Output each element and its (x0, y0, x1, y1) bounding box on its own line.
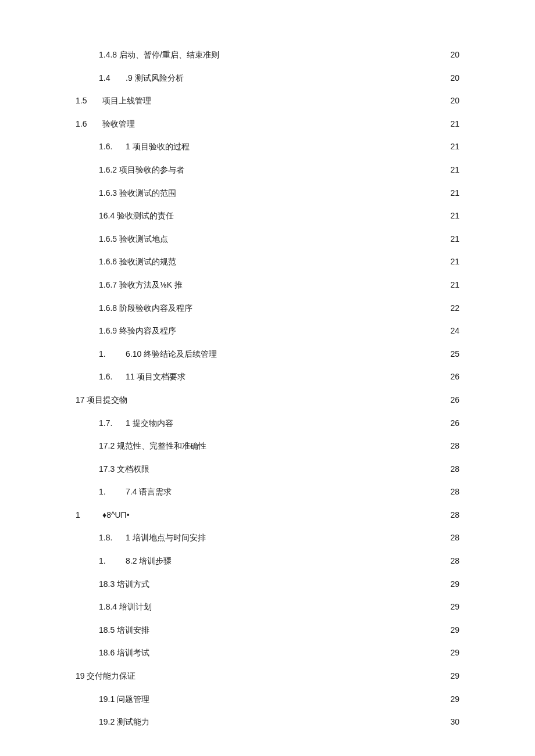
toc-prefix: 1.6 (76, 119, 95, 130)
toc-title: 1.4.8 启动、暂停/重启、结束准则 (99, 49, 219, 61)
toc-title: 1.6.3 验收测试的范围 (99, 188, 176, 199)
toc-page-number: 29 (448, 601, 459, 613)
toc-entry: 1.6.2 项目验收的参与者21 (76, 164, 459, 176)
toc-entry: 1.6.11 项目文档要求26 (76, 371, 459, 383)
toc-title: 11 项目文档要求 (126, 371, 186, 383)
toc-entry: 1.8.4 培训计划29 (76, 601, 459, 613)
toc-prefix: 1. (99, 349, 119, 360)
toc-entry: 1.6.7 验收方法及⅛K 推21 (76, 280, 459, 291)
toc-entry: 1.6.5 验收测试地点21 (76, 234, 459, 245)
toc-prefix: 1.7. (99, 418, 119, 429)
toc-entry: 17.2 规范性、完整性和准确性28 (76, 440, 459, 452)
table-of-contents: 1.4.8 启动、暂停/重启、结束准则201.4.9 测试风险分析201.5项目… (76, 49, 459, 728)
toc-page-number: 28 (448, 510, 459, 521)
toc-page-number: 29 (448, 694, 459, 705)
toc-page-number: 28 (448, 464, 459, 475)
toc-title: 19 交付能力保证 (76, 671, 135, 682)
toc-entry: 1.6.10 终验结论及后续管理25 (76, 349, 459, 360)
toc-page-number: 30 (448, 716, 459, 728)
toc-page-number: 28 (448, 486, 459, 498)
toc-title: 验收管理 (102, 119, 135, 130)
toc-page-number: 28 (448, 440, 459, 452)
toc-title: 17 项目提交物 (76, 395, 127, 406)
toc-title: 1.6.6 验收测试的规范 (99, 256, 176, 268)
toc-page-number: 26 (448, 395, 459, 406)
toc-page-number: 21 (448, 119, 459, 130)
toc-prefix: 1 (76, 510, 95, 521)
toc-entry: 16.4 验收测试的责任21 (76, 210, 459, 222)
toc-title: 1.6.7 验收方法及⅛K 推 (99, 280, 183, 291)
toc-title: .9 测试风险分析 (126, 73, 184, 84)
toc-entry: 17.3 文档权限28 (76, 464, 459, 475)
toc-page-number: 21 (448, 164, 459, 176)
toc-entry: 18.6 培训考试29 (76, 647, 459, 659)
toc-prefix: 1. (99, 556, 119, 567)
toc-entry: 19.2 测试能力30 (76, 716, 459, 728)
toc-title: 1 提交物内容 (126, 418, 173, 429)
toc-entry: 18.3 培训方式29 (76, 579, 459, 590)
toc-entry: 1.6.8 阶段验收内容及程序22 (76, 303, 459, 314)
toc-page-number: 29 (448, 647, 459, 659)
toc-page-number: 21 (448, 280, 459, 291)
toc-page-number: 28 (448, 532, 459, 544)
toc-page-number: 29 (448, 625, 459, 636)
toc-title: 1.6.5 验收测试地点 (99, 234, 168, 245)
toc-page-number: 26 (448, 371, 459, 383)
toc-entry: 1.8.2 培训步骤28 (76, 556, 459, 567)
toc-page-number: 20 (448, 95, 459, 107)
toc-page-number: 21 (448, 256, 459, 268)
toc-title: 1 培训地点与时间安排 (126, 532, 206, 544)
toc-entry: 1.6.1 项目验收的过程21 (76, 141, 459, 153)
toc-entry: 1.6验收管理21 (76, 119, 459, 130)
toc-title: 8.2 培训步骤 (126, 556, 172, 567)
toc-prefix: 1.6. (99, 371, 119, 383)
toc-page-number: 25 (448, 349, 459, 360)
toc-prefix: 1.4 (99, 73, 119, 84)
toc-title: 19.1 问题管理 (99, 694, 149, 705)
toc-page-number: 29 (448, 579, 459, 590)
toc-title: 1.6.8 阶段验收内容及程序 (99, 303, 192, 314)
toc-prefix: 1.5 (76, 95, 95, 107)
toc-entry: 1.5项目上线管理20 (76, 95, 459, 107)
toc-title: 16.4 验收测试的责任 (99, 210, 174, 222)
toc-entry: 1.7.1 提交物内容26 (76, 418, 459, 429)
toc-title: ♦8^UΠ• (102, 510, 130, 521)
toc-prefix: 1.8. (99, 532, 119, 544)
toc-entry: 18.5 培训安排29 (76, 625, 459, 636)
toc-title: 1 项目验收的过程 (126, 141, 190, 153)
toc-entry: 1♦8^UΠ•28 (76, 510, 459, 521)
toc-page-number: 21 (448, 210, 459, 222)
toc-entry: 19 交付能力保证29 (76, 671, 459, 682)
toc-entry: 1.4.9 测试风险分析20 (76, 73, 459, 84)
toc-title: 18.6 培训考试 (99, 647, 149, 659)
toc-title: 18.5 培训安排 (99, 625, 149, 636)
toc-page-number: 20 (448, 49, 459, 61)
toc-title: 1.6.9 终验内容及程序 (99, 325, 176, 337)
toc-entry: 1.6.6 验收测试的规范21 (76, 256, 459, 268)
toc-title: 项目上线管理 (102, 95, 151, 107)
toc-page-number: 29 (448, 671, 459, 682)
toc-page-number: 21 (448, 188, 459, 199)
toc-entry: 17 项目提交物26 (76, 395, 459, 406)
toc-prefix: 1. (99, 486, 119, 498)
toc-entry: 1.7.4 语言需求28 (76, 486, 459, 498)
toc-prefix: 1.6. (99, 141, 119, 153)
toc-page-number: 28 (448, 556, 459, 567)
toc-page-number: 26 (448, 418, 459, 429)
toc-title: 1.6.2 项目验收的参与者 (99, 164, 184, 176)
toc-page-number: 24 (448, 325, 459, 337)
toc-entry: 1.8.1 培训地点与时间安排28 (76, 532, 459, 544)
toc-title: 7.4 语言需求 (126, 486, 172, 498)
toc-entry: 19.1 问题管理29 (76, 694, 459, 705)
toc-title: 1.8.4 培训计划 (99, 601, 152, 613)
toc-entry: 1.4.8 启动、暂停/重启、结束准则20 (76, 49, 459, 61)
toc-title: 17.3 文档权限 (99, 464, 149, 475)
toc-title: 19.2 测试能力 (99, 716, 149, 728)
toc-entry: 1.6.9 终验内容及程序24 (76, 325, 459, 337)
toc-page-number: 21 (448, 141, 459, 153)
toc-title: 17.2 规范性、完整性和准确性 (99, 440, 206, 452)
toc-page-number: 21 (448, 234, 459, 245)
toc-entry: 1.6.3 验收测试的范围21 (76, 188, 459, 199)
toc-page-number: 22 (448, 303, 459, 314)
toc-title: 6.10 终验结论及后续管理 (126, 349, 217, 360)
